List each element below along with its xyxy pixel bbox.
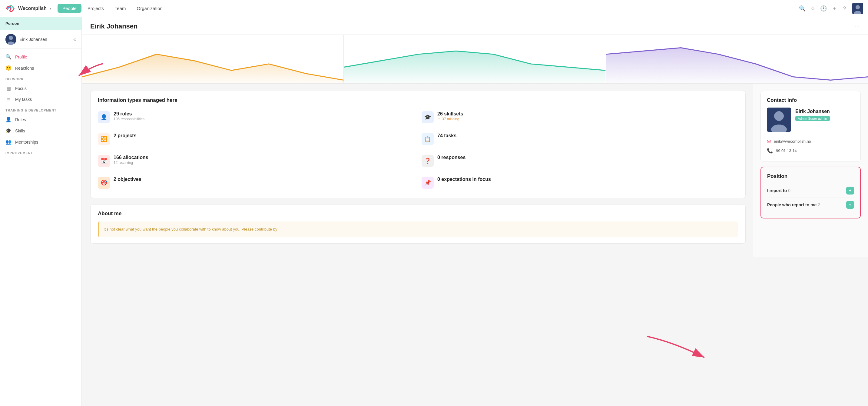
page-title: Eirik Johansen <box>90 22 138 30</box>
nav-right: 🔍 ☆ 🕐 ＋ ？ <box>799 3 863 14</box>
sidebar-item-mentorships[interactable]: 👥 Mentorships <box>0 136 82 148</box>
reactions-icon: 🙂 <box>5 65 11 71</box>
logo-chevron-icon[interactable]: ▾ <box>50 6 52 10</box>
people-report-label: People who report to me 2 <box>767 202 820 207</box>
info-item-responses[interactable]: ❓ 0 responses <box>422 152 738 170</box>
info-item-skillsets[interactable]: 🎓 26 skillsets ⚠ 37 missing <box>422 108 738 126</box>
info-item-roles[interactable]: 👤 29 roles 195 responsibilities <box>98 108 414 126</box>
roles-icon: 👤 <box>5 117 11 122</box>
sidebar-person-avatar <box>5 34 17 45</box>
nav-tab-projects[interactable]: Projects <box>83 4 109 13</box>
projects-info-icon: 🔀 <box>98 133 110 145</box>
allocations-count: 166 allocations <box>114 155 148 160</box>
help-icon[interactable]: ？ <box>842 5 847 12</box>
sidebar-section-do-work: DO WORK <box>0 74 82 83</box>
skillsets-warning: ⚠ 37 missing <box>437 117 463 121</box>
logo-icon <box>5 3 16 14</box>
logo[interactable]: Wecomplish ▾ <box>5 3 52 14</box>
plus-icon[interactable]: ＋ <box>832 5 837 12</box>
profile-icon: 🔍 <box>5 54 11 60</box>
info-item-projects[interactable]: 🔀 2 projects <box>98 130 414 148</box>
contact-avatar <box>767 108 791 132</box>
about-placeholder: It's not clear what you want the people … <box>98 222 738 237</box>
responses-count: 0 responses <box>437 155 465 160</box>
app-name: Wecomplish <box>18 6 46 11</box>
add-report-to-button[interactable]: + <box>846 186 854 195</box>
sidebar-nav: 🔍 Profile 🙂 Reactions DO WORK ▦ Focus ≡ … <box>0 49 82 159</box>
svg-point-4 <box>9 36 13 40</box>
chart-orange <box>82 35 344 83</box>
email-icon: ✉ <box>767 139 771 144</box>
content-right: Contact info Eirik Johansen Admin Super … <box>753 84 868 257</box>
mentorships-icon: 👥 <box>5 139 11 145</box>
report-to-label: I report to 0 <box>767 188 790 193</box>
collapse-sidebar-button[interactable]: « <box>73 37 76 42</box>
position-title: Position <box>767 173 854 179</box>
expectations-count: 0 expectations in focus <box>437 177 491 182</box>
sidebar-item-roles[interactable]: 👤 Roles <box>0 114 82 125</box>
about-title: About me <box>98 210 738 216</box>
clock-icon[interactable]: 🕐 <box>820 5 827 12</box>
contact-phone: 99 01 13 14 <box>776 148 797 153</box>
contact-title: Contact info <box>767 97 855 103</box>
nav-tab-organization[interactable]: Organization <box>132 4 167 13</box>
add-reports-button[interactable]: + <box>846 201 854 209</box>
allocations-info-icon: 📅 <box>98 155 110 167</box>
position-report-to-row: I report to 0 + <box>767 183 854 198</box>
position-reports-row: People who report to me 2 + <box>767 198 854 212</box>
info-item-objectives[interactable]: 🎯 2 objectives <box>98 174 414 192</box>
position-card: Position I report to 0 + People who repo… <box>761 167 861 219</box>
content-grid: Information types managed here 👤 29 role… <box>82 84 868 257</box>
svg-marker-6 <box>82 54 343 83</box>
tasks-icon: ≡ <box>5 97 11 102</box>
contact-email: eirik@wecomplish.no <box>774 139 811 144</box>
about-card: About me It's not clear what you want th… <box>90 204 746 243</box>
info-item-tasks[interactable]: 📋 74 tasks <box>422 130 738 148</box>
info-item-allocations[interactable]: 📅 166 allocations 12 recurring <box>98 152 414 170</box>
objectives-info-icon: 🎯 <box>98 177 110 189</box>
chart-teal <box>344 35 606 83</box>
search-icon[interactable]: 🔍 <box>799 5 806 12</box>
sidebar-section-training: TRAINING & DEVELOPMENT <box>0 105 82 114</box>
app-layout: Person Eirik Johansen « 🔍 Profile 🙂 Reac… <box>0 17 868 406</box>
sidebar-item-profile-label: Profile <box>15 55 27 59</box>
focus-icon: ▦ <box>5 85 11 91</box>
star-icon[interactable]: ☆ <box>810 5 815 12</box>
objectives-count: 2 objectives <box>114 177 142 182</box>
sidebar: Person Eirik Johansen « 🔍 Profile 🙂 Reac… <box>0 17 82 406</box>
contact-info-text: Eirik Johansen Admin Super admin <box>795 108 830 121</box>
skillsets-info-icon: 🎓 <box>422 111 434 123</box>
content-left: Information types managed here 👤 29 role… <box>82 84 753 257</box>
allocations-sub: 12 recurring <box>114 161 148 165</box>
main-content: Eirik Johansen ··· <box>82 17 868 406</box>
info-item-expectations[interactable]: 📌 0 expectations in focus <box>422 174 738 192</box>
projects-count: 2 projects <box>114 133 136 139</box>
contact-email-row: ✉ eirik@wecomplish.no <box>767 137 855 146</box>
sidebar-item-skills-label: Skills <box>15 128 25 133</box>
contact-person-row: Eirik Johansen Admin Super admin <box>767 108 855 132</box>
sidebar-item-focus-label: Focus <box>15 86 27 91</box>
tasks-info-icon: 📋 <box>422 133 434 145</box>
contact-info-card: Contact info Eirik Johansen Admin Super … <box>761 91 861 162</box>
tasks-count: 74 tasks <box>437 133 457 139</box>
user-avatar[interactable] <box>852 3 863 14</box>
sidebar-item-tasks-label: My tasks <box>15 97 32 102</box>
sidebar-person-row: Eirik Johansen « <box>0 30 82 49</box>
roles-sub: 195 responsibilities <box>114 117 145 121</box>
svg-point-1 <box>856 5 860 9</box>
more-options-icon[interactable]: ··· <box>855 23 860 30</box>
sidebar-item-skills[interactable]: 🎓 Skills <box>0 125 82 136</box>
sidebar-item-profile[interactable]: 🔍 Profile <box>0 51 82 62</box>
sidebar-item-reactions[interactable]: 🙂 Reactions <box>0 62 82 74</box>
contact-badge: Admin Super admin <box>795 116 830 121</box>
info-types-title: Information types managed here <box>98 97 738 103</box>
sidebar-item-my-tasks[interactable]: ≡ My tasks <box>0 94 82 105</box>
sidebar-item-focus[interactable]: ▦ Focus <box>0 83 82 94</box>
contact-name: Eirik Johansen <box>795 109 830 114</box>
nav-tab-people[interactable]: People <box>58 4 82 13</box>
nav-tabs: People Projects Team Organization <box>58 4 167 13</box>
page-header: Eirik Johansen ··· <box>82 17 868 35</box>
sidebar-section-improvement: IMPROVEMENT <box>0 148 82 157</box>
nav-tab-team[interactable]: Team <box>110 4 131 13</box>
chart-purple <box>606 35 868 83</box>
